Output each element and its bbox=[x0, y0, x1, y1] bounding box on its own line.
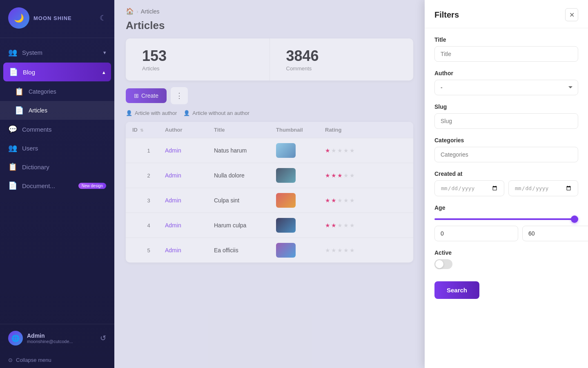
categories-field-label: Categories bbox=[434, 137, 578, 144]
sidebar-item-label: System bbox=[22, 49, 42, 56]
logo-text: MOON SHINE bbox=[33, 15, 72, 21]
filter-body: Title Author - Slug Categories Created a… bbox=[425, 28, 588, 368]
dictionary-icon: 📋 bbox=[8, 162, 17, 171]
sidebar-item-label: Comments bbox=[22, 126, 52, 133]
theme-toggle-button[interactable]: ☾ bbox=[100, 13, 106, 22]
overlay bbox=[114, 0, 425, 368]
filter-header: Filters ✕ bbox=[425, 0, 588, 28]
title-input[interactable] bbox=[434, 46, 578, 62]
author-select[interactable]: - bbox=[434, 80, 578, 95]
sidebar-item-documents[interactable]: 📄 Document... New design bbox=[0, 176, 114, 195]
filter-group-active: Active bbox=[434, 249, 578, 269]
title-field-label: Title bbox=[434, 36, 578, 43]
categories-input[interactable] bbox=[434, 147, 578, 162]
date-range bbox=[434, 180, 578, 196]
age-min-input[interactable] bbox=[434, 226, 518, 241]
filter-title: Filters bbox=[434, 10, 459, 20]
sidebar-item-articles[interactable]: 📄 Articles bbox=[0, 101, 114, 120]
sidebar-item-label: Categories bbox=[29, 88, 56, 95]
date-to-input[interactable] bbox=[508, 180, 578, 196]
user-profile: 🌐 Admin moonshine@cutcode... ↺ bbox=[8, 331, 106, 346]
users-icon: 👥 bbox=[8, 144, 17, 153]
sidebar-navigation: 👥 System ▾ 📄 Blog ▴ 📋 Categories 📄 Artic… bbox=[0, 40, 114, 324]
active-toggle[interactable] bbox=[434, 259, 452, 269]
sidebar-item-system[interactable]: 👥 System ▾ bbox=[0, 43, 114, 62]
slug-field-label: Slug bbox=[434, 103, 578, 110]
sidebar-logo: 🌙 MOON SHINE ☾ bbox=[0, 0, 114, 36]
search-button[interactable]: Search bbox=[434, 281, 479, 299]
categories-icon: 📋 bbox=[15, 87, 24, 96]
age-label: Age bbox=[434, 204, 578, 211]
user-actions-button[interactable]: ↺ bbox=[100, 334, 106, 343]
comments-icon: 💬 bbox=[8, 125, 17, 134]
filter-group-title: Title bbox=[434, 36, 578, 62]
active-label: Active bbox=[434, 249, 578, 256]
blog-icon: 📄 bbox=[9, 67, 18, 76]
chevron-up-icon: ▴ bbox=[102, 69, 105, 75]
articles-icon: 📄 bbox=[15, 106, 24, 115]
documents-icon: 📄 bbox=[8, 181, 17, 190]
avatar: 🌐 bbox=[8, 331, 23, 346]
sidebar-item-label: Users bbox=[22, 145, 38, 152]
sidebar-item-comments[interactable]: 💬 Comments bbox=[0, 120, 114, 139]
main-content: 🏠 › Articles Articles 153 Articles 3846 … bbox=[114, 0, 425, 368]
sidebar-footer: 🌐 Admin moonshine@cutcode... ↺ bbox=[0, 324, 114, 352]
filter-group-created-at: Created at bbox=[434, 171, 578, 196]
age-max-input[interactable] bbox=[522, 226, 588, 241]
sidebar-item-label: Document... bbox=[22, 182, 55, 189]
age-inputs-row bbox=[434, 226, 578, 241]
age-slider-container bbox=[434, 214, 578, 222]
user-name: Admin bbox=[27, 332, 73, 339]
created-at-label: Created at bbox=[434, 171, 578, 177]
sidebar-item-label: Blog bbox=[23, 69, 35, 76]
filter-group-slug: Slug bbox=[434, 103, 578, 129]
filter-close-button[interactable]: ✕ bbox=[565, 8, 578, 21]
filter-group-categories: Categories bbox=[434, 137, 578, 162]
user-info: Admin moonshine@cutcode... bbox=[27, 332, 73, 344]
age-slider[interactable] bbox=[434, 218, 578, 220]
filter-group-age: Age bbox=[434, 204, 578, 241]
collapse-label: Collapse menu bbox=[16, 357, 51, 363]
new-design-badge: New design bbox=[78, 183, 106, 189]
sidebar-item-users[interactable]: 👥 Users bbox=[0, 139, 114, 157]
close-icon: ✕ bbox=[569, 11, 575, 19]
toggle-row bbox=[434, 259, 578, 269]
chevron-down-icon: ▾ bbox=[103, 49, 106, 56]
collapse-menu-button[interactable]: ⊙ Collapse menu bbox=[0, 352, 114, 368]
filter-group-author: Author - bbox=[434, 70, 578, 95]
collapse-icon: ⊙ bbox=[8, 357, 13, 363]
logo-icon: 🌙 bbox=[8, 7, 29, 29]
sidebar-item-label: Dictionary bbox=[22, 164, 49, 171]
filter-panel: Filters ✕ Title Author - Slug Categories… bbox=[425, 0, 588, 368]
sidebar: 🌙 MOON SHINE ☾ 👥 System ▾ 📄 Blog ▴ 📋 Cat… bbox=[0, 0, 114, 368]
user-email: moonshine@cutcode... bbox=[27, 339, 73, 344]
sidebar-item-categories[interactable]: 📋 Categories bbox=[0, 82, 114, 101]
slug-input[interactable] bbox=[434, 113, 578, 129]
date-from-input[interactable] bbox=[434, 180, 504, 196]
sidebar-divider bbox=[0, 38, 114, 38]
system-icon: 👥 bbox=[8, 48, 17, 57]
sidebar-item-label: Articles bbox=[29, 107, 47, 114]
sidebar-item-blog[interactable]: 📄 Blog ▴ bbox=[3, 63, 111, 81]
sidebar-item-dictionary[interactable]: 📋 Dictionary bbox=[0, 157, 114, 176]
author-field-label: Author bbox=[434, 70, 578, 76]
